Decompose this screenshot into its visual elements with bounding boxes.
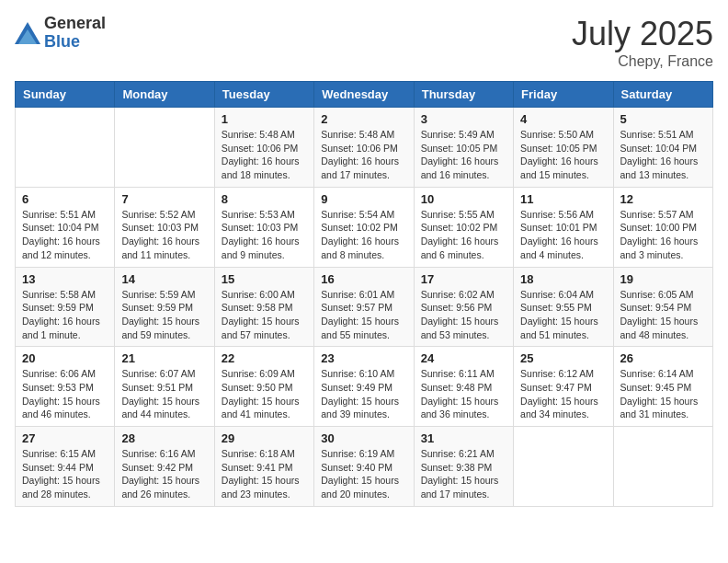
logo-icon: [15, 22, 40, 44]
day-cell: 10Sunrise: 5:55 AM Sunset: 10:02 PM Dayl…: [414, 187, 513, 267]
day-cell: 26Sunrise: 6:14 AM Sunset: 9:45 PM Dayli…: [613, 347, 712, 427]
day-cell: 5Sunrise: 5:51 AM Sunset: 10:04 PM Dayli…: [613, 108, 712, 188]
day-detail: Sunrise: 6:10 AM Sunset: 9:49 PM Dayligh…: [321, 367, 406, 421]
header-cell-tuesday: Tuesday: [214, 82, 313, 108]
logo-blue-text: Blue: [44, 33, 106, 52]
day-cell: [115, 108, 214, 188]
day-detail: Sunrise: 5:52 AM Sunset: 10:03 PM Daylig…: [121, 208, 207, 262]
day-detail: Sunrise: 6:18 AM Sunset: 9:41 PM Dayligh…: [222, 447, 307, 501]
day-detail: Sunrise: 6:16 AM Sunset: 9:42 PM Dayligh…: [121, 447, 207, 501]
day-number: 17: [421, 272, 506, 286]
day-detail: Sunrise: 6:14 AM Sunset: 9:45 PM Dayligh…: [620, 367, 706, 421]
day-detail: Sunrise: 5:51 AM Sunset: 10:04 PM Daylig…: [620, 128, 706, 182]
day-number: 20: [22, 351, 108, 365]
day-cell: 6Sunrise: 5:51 AM Sunset: 10:04 PM Dayli…: [16, 187, 115, 267]
day-detail: Sunrise: 5:55 AM Sunset: 10:02 PM Daylig…: [421, 208, 506, 262]
header-cell-thursday: Thursday: [414, 82, 513, 108]
day-detail: Sunrise: 6:11 AM Sunset: 9:48 PM Dayligh…: [421, 367, 506, 421]
day-number: 29: [222, 431, 307, 445]
day-number: 30: [321, 431, 406, 445]
day-cell: 24Sunrise: 6:11 AM Sunset: 9:48 PM Dayli…: [414, 347, 513, 427]
day-cell: 1Sunrise: 5:48 AM Sunset: 10:06 PM Dayli…: [214, 108, 313, 188]
day-cell: 3Sunrise: 5:49 AM Sunset: 10:05 PM Dayli…: [414, 108, 513, 188]
day-detail: Sunrise: 5:53 AM Sunset: 10:03 PM Daylig…: [222, 208, 307, 262]
day-number: 26: [620, 351, 706, 365]
header-row: SundayMondayTuesdayWednesdayThursdayFrid…: [16, 82, 713, 108]
day-number: 23: [321, 351, 406, 365]
logo-text: General Blue: [44, 15, 106, 52]
day-cell: 13Sunrise: 5:58 AM Sunset: 9:59 PM Dayli…: [16, 267, 115, 347]
day-number: 22: [222, 351, 307, 365]
day-number: 3: [421, 112, 506, 126]
week-row-1: 1Sunrise: 5:48 AM Sunset: 10:06 PM Dayli…: [16, 108, 713, 188]
day-detail: Sunrise: 6:02 AM Sunset: 9:56 PM Dayligh…: [421, 288, 506, 342]
day-cell: [16, 108, 115, 188]
header-cell-wednesday: Wednesday: [314, 82, 414, 108]
month-title: July 2025: [572, 15, 713, 53]
logo-general-text: General: [44, 15, 106, 33]
day-number: 21: [121, 351, 207, 365]
calendar-table: SundayMondayTuesdayWednesdayThursdayFrid…: [15, 81, 713, 507]
day-number: 12: [620, 192, 706, 206]
week-row-3: 13Sunrise: 5:58 AM Sunset: 9:59 PM Dayli…: [16, 267, 713, 347]
day-number: 27: [22, 431, 108, 445]
day-number: 14: [121, 272, 207, 286]
day-cell: 4Sunrise: 5:50 AM Sunset: 10:05 PM Dayli…: [514, 108, 613, 188]
day-number: 9: [321, 192, 406, 206]
title-block: July 2025 Chepy, France: [572, 15, 713, 70]
day-detail: Sunrise: 5:56 AM Sunset: 10:01 PM Daylig…: [520, 208, 606, 262]
day-number: 6: [22, 192, 108, 206]
day-cell: 16Sunrise: 6:01 AM Sunset: 9:57 PM Dayli…: [314, 267, 414, 347]
day-cell: 8Sunrise: 5:53 AM Sunset: 10:03 PM Dayli…: [214, 187, 313, 267]
day-cell: 29Sunrise: 6:18 AM Sunset: 9:41 PM Dayli…: [214, 427, 313, 507]
day-cell: 31Sunrise: 6:21 AM Sunset: 9:38 PM Dayli…: [414, 427, 513, 507]
day-detail: Sunrise: 5:58 AM Sunset: 9:59 PM Dayligh…: [22, 288, 108, 342]
day-detail: Sunrise: 5:51 AM Sunset: 10:04 PM Daylig…: [22, 208, 108, 262]
day-cell: [613, 427, 712, 507]
day-cell: 15Sunrise: 6:00 AM Sunset: 9:58 PM Dayli…: [214, 267, 313, 347]
day-detail: Sunrise: 6:15 AM Sunset: 9:44 PM Dayligh…: [22, 447, 108, 501]
day-number: 4: [520, 112, 606, 126]
week-row-2: 6Sunrise: 5:51 AM Sunset: 10:04 PM Dayli…: [16, 187, 713, 267]
day-cell: 18Sunrise: 6:04 AM Sunset: 9:55 PM Dayli…: [514, 267, 613, 347]
day-cell: 12Sunrise: 5:57 AM Sunset: 10:00 PM Dayl…: [613, 187, 712, 267]
day-number: 18: [520, 272, 606, 286]
day-cell: 21Sunrise: 6:07 AM Sunset: 9:51 PM Dayli…: [115, 347, 214, 427]
header-cell-monday: Monday: [115, 82, 214, 108]
day-number: 24: [421, 351, 506, 365]
day-number: 10: [421, 192, 506, 206]
day-detail: Sunrise: 6:12 AM Sunset: 9:47 PM Dayligh…: [520, 367, 606, 421]
day-number: 7: [121, 192, 207, 206]
day-cell: 30Sunrise: 6:19 AM Sunset: 9:40 PM Dayli…: [314, 427, 414, 507]
day-detail: Sunrise: 5:57 AM Sunset: 10:00 PM Daylig…: [620, 208, 706, 262]
day-detail: Sunrise: 6:04 AM Sunset: 9:55 PM Dayligh…: [520, 288, 606, 342]
day-cell: 14Sunrise: 5:59 AM Sunset: 9:59 PM Dayli…: [115, 267, 214, 347]
day-cell: 28Sunrise: 6:16 AM Sunset: 9:42 PM Dayli…: [115, 427, 214, 507]
day-cell: 19Sunrise: 6:05 AM Sunset: 9:54 PM Dayli…: [613, 267, 712, 347]
day-detail: Sunrise: 6:21 AM Sunset: 9:38 PM Dayligh…: [421, 447, 506, 501]
day-cell: 17Sunrise: 6:02 AM Sunset: 9:56 PM Dayli…: [414, 267, 513, 347]
day-cell: 2Sunrise: 5:48 AM Sunset: 10:06 PM Dayli…: [314, 108, 414, 188]
day-detail: Sunrise: 6:06 AM Sunset: 9:53 PM Dayligh…: [22, 367, 108, 421]
day-detail: Sunrise: 5:59 AM Sunset: 9:59 PM Dayligh…: [121, 288, 207, 342]
day-number: 16: [321, 272, 406, 286]
page-header: General Blue July 2025 Chepy, France: [15, 15, 713, 70]
day-cell: 9Sunrise: 5:54 AM Sunset: 10:02 PM Dayli…: [314, 187, 414, 267]
day-number: 1: [222, 112, 307, 126]
day-number: 19: [620, 272, 706, 286]
day-detail: Sunrise: 5:48 AM Sunset: 10:06 PM Daylig…: [321, 128, 406, 182]
day-cell: [514, 427, 613, 507]
day-number: 11: [520, 192, 606, 206]
day-detail: Sunrise: 6:01 AM Sunset: 9:57 PM Dayligh…: [321, 288, 406, 342]
day-number: 5: [620, 112, 706, 126]
day-cell: 20Sunrise: 6:06 AM Sunset: 9:53 PM Dayli…: [16, 347, 115, 427]
day-detail: Sunrise: 6:19 AM Sunset: 9:40 PM Dayligh…: [321, 447, 406, 501]
day-number: 15: [222, 272, 307, 286]
header-cell-saturday: Saturday: [613, 82, 712, 108]
day-cell: 25Sunrise: 6:12 AM Sunset: 9:47 PM Dayli…: [514, 347, 613, 427]
day-detail: Sunrise: 6:07 AM Sunset: 9:51 PM Dayligh…: [121, 367, 207, 421]
day-detail: Sunrise: 6:00 AM Sunset: 9:58 PM Dayligh…: [222, 288, 307, 342]
week-row-4: 20Sunrise: 6:06 AM Sunset: 9:53 PM Dayli…: [16, 347, 713, 427]
day-detail: Sunrise: 6:09 AM Sunset: 9:50 PM Dayligh…: [222, 367, 307, 421]
day-number: 13: [22, 272, 108, 286]
